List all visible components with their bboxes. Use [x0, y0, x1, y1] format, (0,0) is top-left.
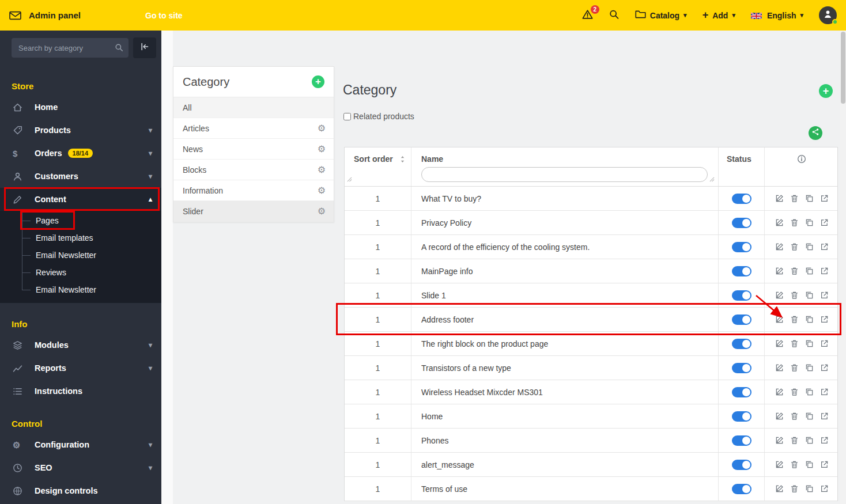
category-item-news[interactable]: News⚙	[173, 139, 334, 160]
edit-icon[interactable]	[775, 363, 784, 372]
copy-icon[interactable]	[805, 194, 814, 203]
trash-icon[interactable]	[790, 460, 799, 469]
edit-icon[interactable]	[775, 412, 784, 420]
sidebar-collapse-button[interactable]	[133, 37, 156, 58]
export-icon[interactable]	[820, 267, 829, 275]
status-toggle[interactable]	[732, 435, 751, 446]
status-toggle[interactable]	[732, 339, 751, 349]
status-toggle[interactable]	[732, 314, 751, 325]
trash-icon[interactable]	[790, 412, 799, 420]
trash-icon[interactable]	[790, 388, 799, 396]
status-toggle[interactable]	[732, 387, 751, 397]
sidebar-item-home[interactable]: Home	[0, 96, 161, 119]
edit-icon[interactable]	[775, 267, 784, 275]
user-avatar[interactable]	[819, 6, 837, 24]
export-icon[interactable]	[820, 242, 829, 251]
category-item-information[interactable]: Information⚙	[173, 180, 334, 201]
name-filter-input[interactable]	[421, 167, 708, 182]
trash-icon[interactable]	[790, 484, 799, 493]
sidebar-item-reports[interactable]: Reports▾	[0, 357, 161, 380]
sort-arrows-icon[interactable]	[400, 156, 405, 165]
category-item-slider[interactable]: Slider⚙	[173, 201, 334, 222]
trash-icon[interactable]	[790, 267, 799, 275]
status-toggle[interactable]	[732, 484, 751, 494]
category-search-input[interactable]	[12, 38, 129, 58]
catalog-menu[interactable]: Catalog ▾	[635, 10, 687, 21]
resize-grip-icon[interactable]	[709, 175, 715, 184]
sidebar-item-configuration[interactable]: ⚙Configuration▾	[0, 433, 161, 456]
export-icon[interactable]	[820, 436, 829, 445]
trash-icon[interactable]	[790, 339, 799, 348]
copy-icon[interactable]	[805, 315, 814, 324]
info-icon[interactable]	[797, 154, 806, 186]
sidebar-subitem-reviews[interactable]: Reviews	[0, 264, 161, 281]
status-toggle[interactable]	[732, 242, 751, 252]
status-toggle[interactable]	[732, 194, 751, 204]
trash-icon[interactable]	[790, 363, 799, 372]
sidebar-item-modules[interactable]: Modules▾	[0, 334, 161, 357]
related-products-checkbox[interactable]	[343, 113, 351, 120]
copy-icon[interactable]	[805, 218, 814, 227]
trash-icon[interactable]	[790, 242, 799, 251]
export-icon[interactable]	[820, 194, 829, 203]
copy-icon[interactable]	[805, 412, 814, 420]
add-menu[interactable]: + Add ▾	[703, 9, 735, 21]
copy-icon[interactable]	[805, 267, 814, 275]
resize-grip-icon[interactable]	[347, 175, 352, 184]
copy-icon[interactable]	[805, 242, 814, 251]
edit-icon[interactable]	[775, 315, 784, 324]
status-toggle[interactable]	[732, 218, 751, 228]
trash-icon[interactable]	[790, 315, 799, 324]
category-item-articles[interactable]: Articles⚙	[173, 118, 334, 139]
category-item-blocks[interactable]: Blocks⚙	[173, 160, 334, 180]
status-toggle[interactable]	[732, 266, 751, 276]
scrollbar-thumb[interactable]	[841, 32, 845, 104]
gear-icon[interactable]: ⚙	[318, 124, 326, 133]
export-icon[interactable]	[820, 291, 829, 300]
status-toggle[interactable]	[732, 363, 751, 373]
share-button[interactable]	[809, 126, 822, 140]
gear-icon[interactable]: ⚙	[318, 186, 326, 195]
sidebar-subitem-email-newsletter[interactable]: Email Newsletter	[0, 281, 161, 298]
add-category-button[interactable]: +	[312, 75, 324, 88]
gear-icon[interactable]: ⚙	[318, 207, 326, 216]
notifications-button[interactable]: 2	[582, 9, 593, 22]
export-icon[interactable]	[820, 412, 829, 420]
add-page-button[interactable]: +	[819, 84, 833, 98]
go-to-site-link[interactable]: Go to site	[145, 11, 183, 20]
gear-icon[interactable]: ⚙	[318, 165, 326, 175]
sidebar-item-customers[interactable]: Customers▾	[0, 165, 161, 188]
edit-icon[interactable]	[775, 484, 784, 493]
copy-icon[interactable]	[805, 436, 814, 445]
sidebar-item-instructions[interactable]: Instructions	[0, 380, 161, 403]
edit-icon[interactable]	[775, 194, 784, 203]
sort-order-column-header[interactable]: Sort order	[345, 147, 411, 186]
sidebar-subitem-email-newsletter[interactable]: Email Newsletter	[0, 247, 161, 264]
trash-icon[interactable]	[790, 291, 799, 300]
status-toggle[interactable]	[732, 411, 751, 422]
status-toggle[interactable]	[732, 290, 751, 301]
page-scrollbar[interactable]	[840, 31, 846, 504]
sidebar-subitem-pages[interactable]: Pages	[0, 212, 161, 229]
edit-icon[interactable]	[775, 436, 784, 445]
category-item-all[interactable]: All	[173, 97, 334, 118]
trash-icon[interactable]	[790, 218, 799, 227]
export-icon[interactable]	[820, 388, 829, 396]
copy-icon[interactable]	[805, 460, 814, 469]
sidebar-item-orders[interactable]: $Orders18/14▾	[0, 142, 161, 165]
edit-icon[interactable]	[775, 339, 784, 348]
sidebar-item-design-controls[interactable]: Design controls	[0, 479, 161, 502]
sidebar-subitem-email-templates[interactable]: Email templates	[0, 229, 161, 247]
export-icon[interactable]	[820, 339, 829, 348]
export-icon[interactable]	[820, 315, 829, 324]
sidebar-item-seo[interactable]: SEO▾	[0, 456, 161, 479]
sidebar-item-content[interactable]: Content▴	[0, 188, 161, 211]
language-menu[interactable]: English ▾	[751, 11, 803, 20]
gear-icon[interactable]: ⚙	[318, 145, 326, 154]
edit-icon[interactable]	[775, 218, 784, 227]
copy-icon[interactable]	[805, 363, 814, 372]
edit-icon[interactable]	[775, 242, 784, 251]
edit-icon[interactable]	[775, 291, 784, 300]
copy-icon[interactable]	[805, 484, 814, 493]
trash-icon[interactable]	[790, 436, 799, 445]
